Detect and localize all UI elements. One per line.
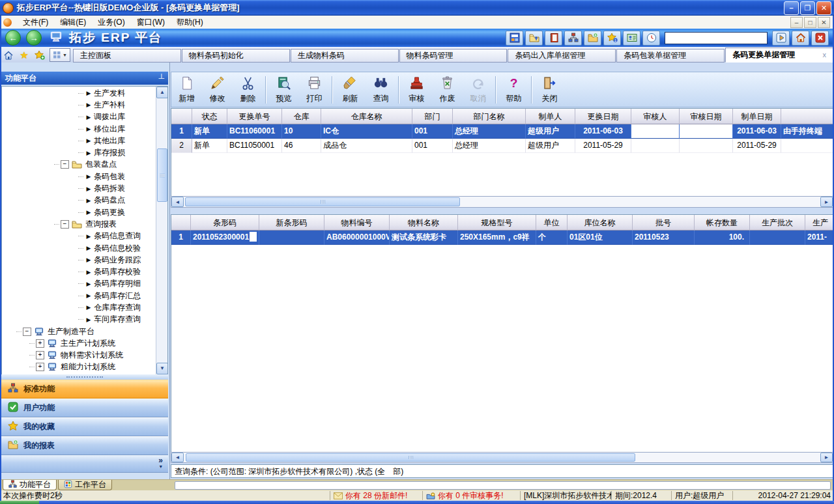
tab-close-icon[interactable]: x [818,49,827,61]
grid-header-cell[interactable] [781,109,833,124]
grid-header-cell[interactable]: 更换日期 [575,109,631,124]
grid-header-cell[interactable]: 部门 [412,109,453,124]
tree-item-17[interactable]: ▶条码库存汇总 [2,290,156,301]
mdi-restore-button[interactable]: □ [804,17,816,28]
folder-up-icon[interactable] [525,31,543,46]
tree-item-16[interactable]: ▶条码库存明细 [2,278,156,290]
detail-grid-hscrollbar[interactable]: ◄ ► [171,452,833,463]
tab-6[interactable]: 条码更换单据管理x [725,48,833,63]
toolbar-button-查询[interactable]: 查询 [366,74,396,105]
toolbar-button-删除[interactable]: 删除 [233,74,263,105]
toolbar-button-帮助[interactable]: ?帮助 [498,74,529,105]
grid-header-cell[interactable]: 条形码 [191,215,259,231]
sidebar-panel-0[interactable]: 标准功能 [1,380,168,399]
tab-3[interactable]: 物料条码管理 [399,49,508,63]
tree-item-18[interactable]: ▶仓库库存查询 [2,301,156,313]
toolbar-button-打印[interactable]: 打印 [299,74,330,105]
grid-header-cell[interactable]: 仓库名称 [321,109,412,124]
toolbar-button-作废[interactable]: 作废 [432,74,463,105]
grid-header-cell[interactable]: 状态 [192,109,227,124]
grid-header-cell[interactable]: 生产 [805,215,833,231]
collapse-icon[interactable]: − [61,160,69,169]
table-row[interactable]: 2新单BC1105000146成品仓001总经理超级用户2011-05-2920… [171,139,833,153]
grid-header-cell[interactable]: 单位 [536,215,568,231]
collapse-icon[interactable]: − [61,220,69,229]
scroll-left-icon[interactable]: ◄ [171,453,184,462]
grid-header-cell[interactable]: 审核日期 [680,109,733,124]
table-row[interactable]: 12011052300001AB06000001000V1测试条系统彩卡250X… [171,231,833,245]
collapse-icon[interactable]: − [23,328,31,336]
chevron-more-icon[interactable]: »▾ [158,457,163,470]
restore-button[interactable]: ❐ [800,1,815,15]
tree-item-23[interactable]: +粗能力计划系统 [2,361,156,373]
grid-header-cell[interactable]: 库位名称 [568,215,633,231]
tree-item-15[interactable]: ▶条码库存校验 [2,266,156,277]
tree-item-5[interactable]: ▶库存报损 [2,147,156,158]
mdi-close-button[interactable]: ✕ [818,17,830,28]
orders-grid-hscrollbar[interactable]: ◄ ► [171,196,833,208]
grid-header-cell[interactable]: 仓库 [282,109,321,124]
platform-tab-0[interactable]: 功能平台 [3,480,57,490]
menu-item-3[interactable]: 窗口(W) [131,16,171,29]
grid-header-cell[interactable]: 制单日期 [733,109,781,124]
grid-header-cell[interactable]: 部门名称 [453,109,526,124]
menu-item-4[interactable]: 帮助(H) [171,16,209,29]
scroll-right-icon[interactable]: ► [820,197,833,207]
scroll-left-icon[interactable]: ◄ [171,197,184,207]
grid-header-cell[interactable]: 批号 [633,215,695,231]
back-button[interactable]: ← [5,30,21,46]
expand-icon[interactable]: + [36,339,44,348]
toolbar-button-取消[interactable]: 取消 [463,74,493,105]
tab-0[interactable]: 主控面板 [73,49,181,63]
expand-icon[interactable]: + [36,351,44,359]
tree-item-19[interactable]: ▶车间库存查询 [2,314,156,326]
tree-item-1[interactable]: ▶生产补料 [2,99,156,111]
table-row[interactable]: 1新单BC1106000110IC仓001总经理超级用户2011-06-0320… [171,124,833,139]
grid-header-cell[interactable]: 更换单号 [227,109,282,124]
sidebar-splitter[interactable] [1,374,168,380]
tree-item-9[interactable]: ▶条码盘点 [2,195,156,206]
tab-list-dropdown-button[interactable]: ▼ [50,48,70,62]
mdi-minimize-button[interactable]: – [790,17,803,28]
tree-item-13[interactable]: ▶条码信息校验 [2,242,156,254]
toolbar-button-预览[interactable]: 预览 [268,74,299,105]
quick-search-input[interactable] [665,32,768,44]
toolbar-button-修改[interactable]: 修改 [202,74,233,105]
tab-2[interactable]: 生成物料条码 [291,49,399,63]
hscroll-thumb[interactable] [186,453,635,462]
tree-item-14[interactable]: ▶条码业务跟踪 [2,254,156,266]
toolbar-button-关闭[interactable]: 关闭 [534,74,565,105]
toolbar-button-刷新[interactable]: 刷新 [335,74,366,105]
clock-icon[interactable] [642,31,660,46]
tree-item-21[interactable]: +主生产计划系统 [2,337,156,349]
favorite-star-icon[interactable]: ★ [18,49,31,62]
tree-item-8[interactable]: ▶条码拆装 [2,182,156,194]
toolbar-button-审核[interactable]: 审核 [401,74,432,105]
platform-tab-1[interactable]: 工作平台 [58,480,112,490]
grid-header-cell[interactable]: 审核人 [631,109,680,124]
mail-status[interactable]: 你有 28 份新邮件! [330,491,422,500]
sidebar-panel-3[interactable]: 我的报表 [1,436,168,455]
grid-header-cell[interactable] [171,215,191,231]
menu-item-0[interactable]: 文件(F) [17,16,54,29]
grid-header-cell[interactable]: 生产批次 [750,215,805,231]
tree-item-2[interactable]: ▶调拨出库 [2,111,156,123]
grid-header-cell[interactable]: 物料编号 [324,215,390,231]
home-icon[interactable] [792,31,809,46]
tree-item-22[interactable]: +物料需求计划系统 [2,350,156,361]
grid-header-cell[interactable]: 帐存数量 [695,215,750,231]
scroll-up-icon[interactable]: ▲ [156,87,168,98]
sidebar-panel-2[interactable]: 我的收藏 [1,417,168,436]
grid-header-cell[interactable]: 制单人 [526,109,575,124]
tree-item-0[interactable]: ▶生产发料 [2,87,156,99]
notebook-icon[interactable] [545,31,562,46]
add-favorite-icon[interactable] [33,49,46,62]
audit-status[interactable]: 你有 0 件审核事务! [422,491,520,500]
close-icon[interactable] [811,31,829,46]
sidebar-more-strip[interactable]: »▾ [1,455,168,473]
tree-scrollbar[interactable]: ▲ ▼ [156,87,167,374]
pin-icon[interactable]: ┴ [158,74,164,83]
tree-item-20[interactable]: −生产制造平台 [2,326,156,337]
tree-item-12[interactable]: ▶条码信息查询 [2,231,156,242]
grid-header-cell[interactable]: 新条形码 [259,215,324,231]
